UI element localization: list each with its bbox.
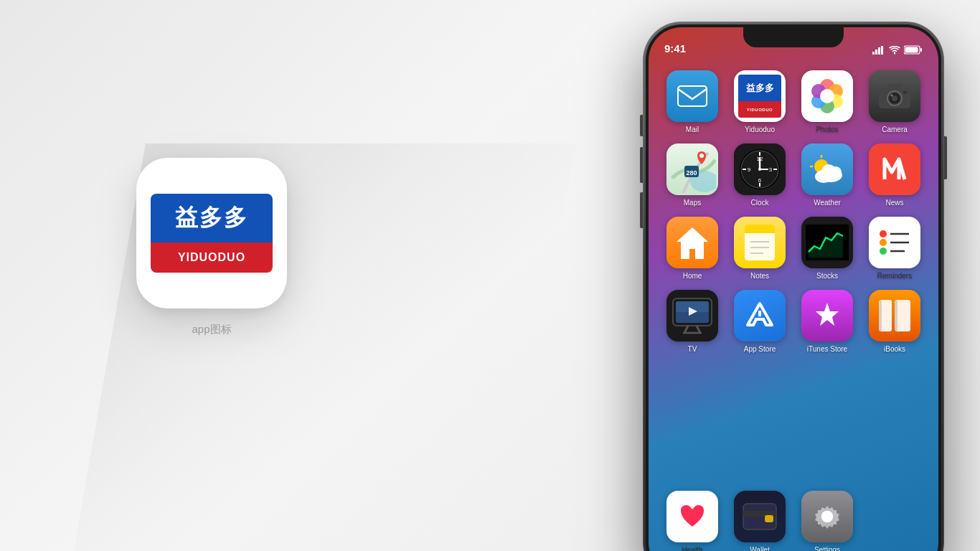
- brand-blue-bar: 益多多: [151, 194, 273, 242]
- app-item-empty: [864, 491, 925, 551]
- svg-line-71: [684, 326, 688, 333]
- app-item-photos[interactable]: Photos: [796, 70, 858, 133]
- svg-rect-9: [678, 86, 707, 106]
- svg-text:9: 9: [748, 166, 751, 173]
- iphone-notch: [743, 27, 844, 47]
- svg-text:12: 12: [757, 156, 763, 162]
- app-item-health[interactable]: Health: [661, 491, 723, 551]
- brand-red-bar: YIDUODUO: [151, 242, 273, 273]
- stocks-label: Stocks: [816, 272, 838, 280]
- app-item-mail[interactable]: Mail: [661, 70, 723, 133]
- app-item-settings[interactable]: Settings: [796, 491, 858, 551]
- svg-point-87: [821, 511, 833, 522]
- iphone-body: 9:41: [643, 22, 944, 551]
- svg-point-21: [892, 95, 897, 101]
- svg-text:6: 6: [758, 177, 762, 184]
- maps-icon: 280: [666, 143, 718, 195]
- yiduoduo-icon: 益多多 YIDUODUO: [734, 70, 786, 122]
- clock-label: Clock: [750, 199, 768, 207]
- svg-rect-0: [872, 52, 875, 55]
- svg-rect-1: [875, 50, 877, 55]
- maps-label: Maps: [684, 199, 701, 207]
- itunes-label: iTunes Store: [807, 345, 847, 353]
- stocks-icon: [801, 217, 853, 268]
- brand-chinese-text: 益多多: [175, 202, 248, 234]
- bottom-app-row: Health Wallet: [659, 491, 928, 551]
- svg-rect-55: [745, 230, 775, 233]
- app-item-itunes[interactable]: iTunes Store: [796, 290, 858, 353]
- app-item-appstore[interactable]: App Store: [729, 290, 791, 353]
- ibooks-label: iBooks: [884, 345, 905, 353]
- tv-label: TV: [688, 345, 697, 353]
- svg-marker-77: [816, 303, 839, 326]
- notes-icon: [734, 217, 786, 268]
- app-item-wallet[interactable]: Wallet: [729, 491, 791, 551]
- brand-pinyin-text: YIDUODUO: [178, 251, 245, 264]
- svg-point-66: [880, 248, 887, 255]
- reminders-icon: [869, 217, 920, 268]
- app-item-camera[interactable]: Camera: [864, 70, 925, 133]
- app-item-yiduoduo[interactable]: 益多多 YIDUODUO Yiduoduo: [729, 70, 791, 133]
- app-item-stocks[interactable]: Stocks: [796, 217, 858, 280]
- health-label: Health: [682, 546, 703, 551]
- svg-rect-6: [920, 48, 922, 52]
- svg-rect-7: [905, 47, 918, 53]
- svg-rect-23: [903, 91, 907, 94]
- tv-icon: [666, 290, 718, 342]
- app-item-home[interactable]: Home: [661, 217, 723, 280]
- app-item-tv[interactable]: TV: [661, 290, 723, 353]
- svg-rect-79: [879, 300, 882, 331]
- mail-label: Mail: [686, 126, 699, 133]
- app-item-weather[interactable]: Weather: [796, 143, 858, 207]
- wifi-icon: [889, 46, 900, 55]
- svg-rect-3: [881, 46, 883, 55]
- ibooks-icon: [869, 290, 920, 342]
- svg-rect-85: [765, 515, 773, 522]
- svg-point-37: [758, 168, 761, 171]
- ydm-pinyin: YIDUODUO: [747, 108, 773, 112]
- iphone-mockup: 9:41: [643, 22, 944, 551]
- appstore-label: App Store: [744, 345, 776, 353]
- svg-point-4: [894, 52, 895, 54]
- svg-rect-2: [878, 47, 880, 55]
- svg-point-50: [830, 166, 842, 178]
- ydm-red: YIDUODUO: [738, 101, 781, 118]
- app-item-clock[interactable]: 12 3 6 9 Clock: [729, 143, 791, 207]
- battery-icon: [904, 45, 923, 55]
- svg-point-64: [880, 239, 887, 246]
- svg-line-72: [697, 326, 700, 333]
- svg-rect-18: [887, 84, 902, 90]
- camera-icon: [869, 70, 920, 122]
- app-item-maps[interactable]: 280 Maps: [661, 143, 723, 207]
- app-item-news[interactable]: News: [864, 143, 925, 207]
- power-button: [944, 136, 947, 179]
- health-icon: [666, 491, 718, 542]
- reminders-label: Reminders: [877, 272, 912, 280]
- weather-label: Weather: [814, 199, 841, 207]
- photos-icon: [801, 70, 853, 122]
- status-icons: [872, 45, 923, 55]
- app-item-reminders[interactable]: Reminders: [864, 217, 925, 280]
- signal-icon: [872, 46, 885, 55]
- clock-icon: 12 3 6 9: [734, 143, 786, 195]
- svg-text:3: 3: [769, 166, 773, 173]
- app-item-ibooks[interactable]: iBooks: [864, 290, 925, 353]
- app-item-notes[interactable]: Notes: [729, 217, 791, 280]
- svg-rect-81: [895, 300, 897, 331]
- app-icon-label: app图标: [192, 323, 231, 336]
- settings-icon: [801, 491, 853, 542]
- camera-label: Camera: [882, 126, 908, 133]
- appstore-icon: [734, 290, 786, 342]
- home-icon: [666, 217, 718, 268]
- app-icon-content: 益多多 YIDUODUO: [151, 194, 273, 273]
- settings-label: Settings: [814, 546, 840, 551]
- notes-label: Notes: [750, 272, 769, 280]
- mail-icon: [666, 70, 718, 122]
- svg-point-28: [699, 154, 704, 158]
- svg-point-22: [891, 95, 893, 97]
- ydm-chinese: 益多多: [746, 82, 774, 95]
- status-time: 9:41: [664, 42, 686, 55]
- ydm-blue: 益多多: [738, 75, 781, 101]
- photos-label: Photos: [816, 126, 838, 133]
- yiduoduo-label: Yiduoduo: [745, 126, 775, 133]
